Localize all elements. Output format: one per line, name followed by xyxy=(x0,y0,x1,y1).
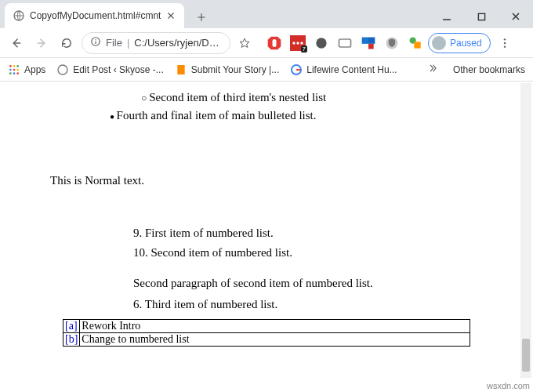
maximize-button[interactable] xyxy=(464,5,499,28)
svg-rect-13 xyxy=(368,37,375,43)
url-scheme: File xyxy=(106,37,122,49)
browser-tab[interactable]: CopyofMyDocument.html#cmnt xyxy=(5,3,184,28)
svg-point-23 xyxy=(16,65,19,67)
scrollbar[interactable] xyxy=(520,83,531,378)
scrollbar-thumb[interactable] xyxy=(522,339,530,372)
doc-icon xyxy=(175,64,187,76)
bookmark-label: Lifewire Content Hu... xyxy=(306,64,397,75)
svg-rect-17 xyxy=(414,42,420,48)
ext-card-icon[interactable] xyxy=(337,35,353,51)
svg-rect-14 xyxy=(368,43,374,49)
globe-icon xyxy=(13,9,25,22)
svg-point-10 xyxy=(316,38,326,48)
ext-shapes-icon[interactable] xyxy=(408,35,423,51)
overflow-chevron-icon[interactable] xyxy=(427,63,438,76)
ext-shield-icon[interactable] xyxy=(384,35,400,51)
adblock-icon[interactable] xyxy=(266,35,282,51)
table-row: [b] Change to numbered list xyxy=(63,333,470,347)
svg-point-22 xyxy=(13,65,16,67)
watermark: wsxdn.com xyxy=(487,381,530,390)
other-bookmarks-label: Other bookmarks xyxy=(453,64,525,75)
svg-point-28 xyxy=(13,72,16,74)
ordered-list-item: 6. Third item of numbered list. xyxy=(133,298,517,311)
bookmark-label: Submit Your Story |... xyxy=(191,64,280,75)
ordered-list-item: 10. Second item of numbered list. xyxy=(133,246,517,260)
bookmarks-bar: Apps Edit Post ‹ Skyose -... Submit Your… xyxy=(0,58,533,82)
close-window-button[interactable] xyxy=(499,5,533,28)
bookmark-item-2[interactable]: Lifewire Content Hu... xyxy=(290,64,397,76)
nested-list-item: Second item of third item's nested list xyxy=(141,91,517,104)
other-bookmarks[interactable]: Other bookmarks xyxy=(449,64,525,75)
svg-point-19 xyxy=(504,42,506,43)
tab-title: CopyofMyDocument.html#cmnt xyxy=(30,10,161,21)
svg-point-3 xyxy=(95,39,96,40)
svg-point-20 xyxy=(504,45,506,47)
svg-point-27 xyxy=(9,72,12,74)
tab-strip: CopyofMyDocument.html#cmnt xyxy=(0,0,533,28)
new-tab-button[interactable] xyxy=(190,6,212,28)
bookmark-label: Edit Post ‹ Skyose -... xyxy=(73,64,163,75)
toolbar: File | C:/Users/ryjen/Docu... 7 Paused xyxy=(0,28,533,58)
ext-circle-icon[interactable] xyxy=(314,35,329,51)
svg-rect-31 xyxy=(177,65,184,74)
apps-icon xyxy=(8,64,20,76)
table-row: [a] Rework Intro xyxy=(63,320,470,333)
bookmark-item-0[interactable]: Edit Post ‹ Skyose -... xyxy=(56,64,163,76)
svg-point-30 xyxy=(58,65,67,74)
avatar-icon xyxy=(432,36,446,50)
apps-label: Apps xyxy=(24,64,45,75)
svg-point-7 xyxy=(292,42,295,44)
svg-point-21 xyxy=(9,65,12,67)
extensions-row: 7 xyxy=(266,35,423,51)
ordered-list-item: 9. First item of numbered list. xyxy=(133,227,517,240)
svg-point-29 xyxy=(16,72,19,74)
profile-label: Paused xyxy=(450,38,482,49)
profile-badge[interactable]: Paused xyxy=(428,33,491,53)
comment-text: Change to numbered list xyxy=(80,333,470,347)
svg-point-25 xyxy=(13,68,16,71)
svg-rect-11 xyxy=(339,39,351,47)
address-bar[interactable]: File | C:/Users/ryjen/Docu... xyxy=(82,32,230,54)
reload-button[interactable] xyxy=(56,33,77,53)
svg-point-8 xyxy=(296,42,299,44)
svg-rect-12 xyxy=(362,37,368,43)
comment-text: Rework Intro xyxy=(80,320,470,333)
info-icon[interactable] xyxy=(90,36,101,49)
globe-icon xyxy=(56,64,69,76)
ext-flag-icon[interactable] xyxy=(361,35,376,51)
minimize-button[interactable] xyxy=(430,5,464,28)
svg-rect-1 xyxy=(478,13,484,20)
back-button[interactable] xyxy=(6,33,27,53)
menu-button[interactable] xyxy=(495,37,514,49)
svg-point-24 xyxy=(9,68,12,71)
bookmark-star-icon[interactable] xyxy=(235,37,254,49)
lastpass-icon[interactable]: 7 xyxy=(290,35,306,51)
page-content[interactable]: Second item of third item's nested list … xyxy=(0,82,533,392)
apps-button[interactable]: Apps xyxy=(8,64,45,76)
paragraph: This is Normal text. xyxy=(50,174,517,187)
close-icon[interactable] xyxy=(165,10,176,21)
paragraph: Second paragraph of second item of numbe… xyxy=(133,277,517,290)
comments-table: [a] Rework Intro [b] Change to numbered … xyxy=(63,319,470,347)
svg-point-9 xyxy=(300,42,303,44)
svg-point-18 xyxy=(504,38,506,40)
svg-point-26 xyxy=(16,68,19,71)
google-icon xyxy=(290,64,303,76)
url-path: C:/Users/ryjen/Docu... xyxy=(134,37,222,49)
list-item: Fourth and final item of main bulleted l… xyxy=(110,109,517,122)
svg-rect-5 xyxy=(273,39,277,47)
forward-button[interactable] xyxy=(31,33,52,53)
bookmark-item-1[interactable]: Submit Your Story |... xyxy=(175,64,280,76)
window-controls xyxy=(430,5,533,28)
